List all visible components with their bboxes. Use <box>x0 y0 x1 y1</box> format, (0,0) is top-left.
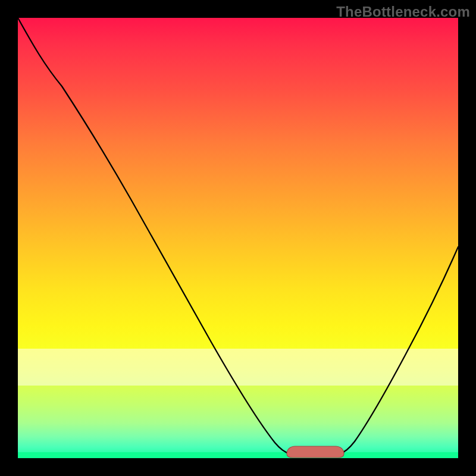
valley-bump <box>18 18 458 458</box>
watermark-label: TheBottleneck.com <box>336 4 470 20</box>
plot-area <box>18 18 458 458</box>
valley-bump-shape <box>287 446 344 458</box>
chart-stage: TheBottleneck.com <box>0 0 476 476</box>
